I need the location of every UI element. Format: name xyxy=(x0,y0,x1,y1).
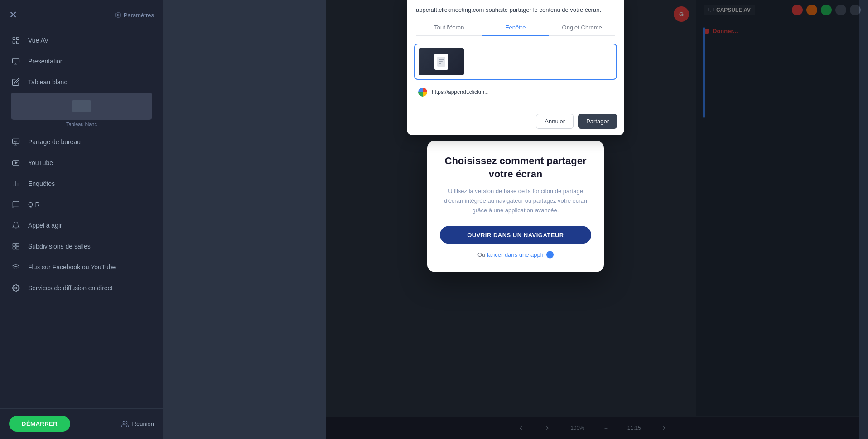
svg-rect-21 xyxy=(439,63,441,64)
wifi-icon xyxy=(11,262,21,272)
params-button[interactable]: Paramètres xyxy=(115,12,154,19)
sidebar-item-label: Subdivisions de salles xyxy=(28,243,91,250)
sidebar-header: ✕ Paramètres xyxy=(0,0,163,25)
chrome-icon xyxy=(418,88,427,97)
app-share-title: Choisissez comment partager votre écran xyxy=(440,155,591,180)
sidebar-item-label: YouTube xyxy=(28,159,53,166)
svg-rect-20 xyxy=(439,61,443,62)
sidebar-item-label: Vue AV xyxy=(28,37,48,44)
sidebar-item-label: Q-R xyxy=(28,201,40,208)
svg-rect-5 xyxy=(13,58,19,63)
svg-rect-6 xyxy=(72,100,91,112)
sidebar-item-label: Présentation xyxy=(28,58,64,65)
app-share-description: Utilisez la version de base de la foncti… xyxy=(440,187,591,215)
sidebar-item-presentation[interactable]: Présentation xyxy=(0,51,163,72)
browser-share-content: https://appcraft.clickm... xyxy=(407,36,624,108)
tab-fenetre[interactable]: Fenêtre xyxy=(482,20,549,36)
bell-icon xyxy=(11,220,21,230)
browser-share-dialog: appcraft.clickmeeting.com souhaite parta… xyxy=(407,0,624,135)
or-text: Ou xyxy=(477,251,485,258)
window-thumb-inner xyxy=(419,48,464,75)
tab-onglet-chrome[interactable]: Onglet Chrome xyxy=(549,20,615,36)
svg-rect-10 xyxy=(13,243,15,246)
sidebar-item-youtube[interactable]: YouTube xyxy=(0,152,163,173)
sidebar-item-label: Flux sur Facebook ou YouTube xyxy=(28,263,116,271)
tab-url: https://appcraft.clickm... xyxy=(432,89,489,95)
svg-rect-12 xyxy=(13,247,15,249)
sidebar-item-label: Tableau blanc xyxy=(28,78,67,86)
window-thumb-icon xyxy=(434,54,448,70)
tab-tout-ecran[interactable]: Tout l'écran xyxy=(416,20,482,36)
message-icon xyxy=(11,200,21,210)
grid4-icon xyxy=(11,241,21,251)
svg-rect-4 xyxy=(17,41,19,44)
reunion-label: Réunion xyxy=(121,420,154,428)
svg-rect-2 xyxy=(17,37,19,39)
cancel-button[interactable]: Annuler xyxy=(536,114,574,129)
svg-rect-19 xyxy=(439,59,444,60)
svg-rect-11 xyxy=(16,243,19,246)
sidebar: ✕ Paramètres Vue AV Présentation Tableau… xyxy=(0,0,163,439)
browser-share-tabs: Tout l'écran Fenêtre Onglet Chrome xyxy=(416,20,615,36)
share-confirm-button[interactable]: Partager xyxy=(578,114,617,129)
sidebar-item-vue-av[interactable]: Vue AV xyxy=(0,30,163,51)
sidebar-item-appel-agir[interactable]: Appel à agir xyxy=(0,215,163,236)
sidebar-footer: DÉMARRER Réunion xyxy=(0,408,163,439)
sidebar-item-label: Appel à agir xyxy=(28,222,62,229)
sidebar-item-label: Partage de bureau xyxy=(28,138,81,146)
youtube-icon xyxy=(11,158,21,168)
tab-url-item[interactable]: https://appcraft.clickm... xyxy=(414,83,617,101)
close-button[interactable]: ✕ xyxy=(9,9,17,21)
params-label: Paramètres xyxy=(124,12,154,19)
edit-icon xyxy=(11,77,21,87)
svg-rect-13 xyxy=(16,247,19,249)
reunion-text: Réunion xyxy=(132,420,154,427)
svg-point-14 xyxy=(15,287,17,289)
window-preview-item[interactable] xyxy=(414,44,617,80)
thumbnail-label: Tableau blanc xyxy=(11,122,152,127)
sidebar-item-tableau-blanc[interactable]: Tableau blanc xyxy=(0,72,163,93)
window-preview: https://appcraft.clickm... xyxy=(414,44,617,101)
browser-share-header: appcraft.clickmeeting.com souhaite parta… xyxy=(407,0,624,36)
browser-share-title: appcraft.clickmeeting.com souhaite parta… xyxy=(416,6,615,13)
thumbnail-section: Tableau blanc xyxy=(0,93,163,132)
window-thumbnail xyxy=(419,48,464,75)
sidebar-item-qr[interactable]: Q-R xyxy=(0,194,163,215)
sidebar-item-label: Services de diffusion en direct xyxy=(28,284,113,292)
desktop-icon xyxy=(11,137,21,147)
sidebar-nav: Vue AV Présentation Tableau blanc Tablea… xyxy=(0,25,163,408)
main-area: CAPSULE AV Donner... G Choisissez commen… xyxy=(163,0,868,439)
svg-point-0 xyxy=(117,14,119,16)
bar-chart-icon xyxy=(11,179,21,189)
sidebar-item-diffusion[interactable]: Services de diffusion en direct xyxy=(0,278,163,298)
svg-point-15 xyxy=(123,421,125,424)
sidebar-item-enquetes[interactable]: Enquêtes xyxy=(0,173,163,194)
monitor-icon xyxy=(11,56,21,66)
sidebar-item-subdivisions[interactable]: Subdivisions de salles xyxy=(0,236,163,257)
open-browser-button[interactable]: OUVRIR DANS UN NAVIGATEUR xyxy=(440,226,591,244)
svg-marker-9 xyxy=(15,162,18,164)
browser-share-footer: Annuler Partager xyxy=(407,108,624,135)
launch-app-link[interactable]: lancer dans une appli xyxy=(487,251,543,258)
app-share-dialog: Choisissez comment partager votre écran … xyxy=(427,141,604,272)
app-link-row: Ou lancer dans une appli i xyxy=(440,251,591,259)
thumbnail-preview xyxy=(11,93,152,120)
grid-icon xyxy=(11,35,21,45)
sidebar-item-partage-bureau[interactable]: Partage de bureau xyxy=(0,132,163,152)
sidebar-item-facebook[interactable]: Flux sur Facebook ou YouTube xyxy=(0,257,163,278)
svg-rect-1 xyxy=(13,37,15,39)
svg-rect-3 xyxy=(13,41,15,44)
settings-icon xyxy=(11,283,21,293)
svg-rect-7 xyxy=(13,139,19,144)
sidebar-item-label: Enquêtes xyxy=(28,180,55,187)
start-button[interactable]: DÉMARRER xyxy=(9,416,70,432)
info-icon[interactable]: i xyxy=(546,251,554,259)
